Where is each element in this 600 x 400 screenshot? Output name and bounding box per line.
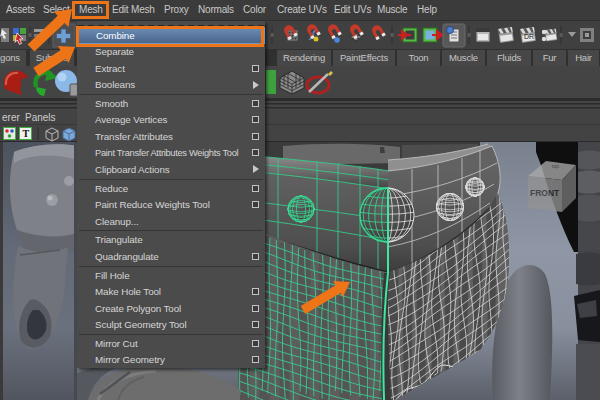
svg-text:Panels: Panels <box>25 112 56 123</box>
svg-text:erer: erer <box>2 112 20 123</box>
svg-text:FRONT: FRONT <box>530 188 560 198</box>
svg-text:top: top <box>552 163 559 169</box>
svg-text:T: T <box>23 128 30 139</box>
